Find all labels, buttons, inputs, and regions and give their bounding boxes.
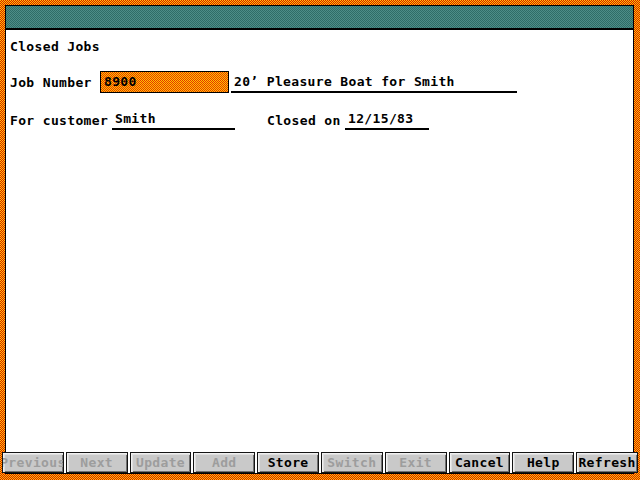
closed-on-field[interactable]: 12/15/83 <box>345 109 429 130</box>
customer-field[interactable]: Smith <box>112 109 235 130</box>
customer-label: For customer <box>10 113 108 128</box>
form-area: Closed Jobs Job Number 8900 20’ Pleasure… <box>6 30 633 473</box>
next-button: Next <box>66 452 128 473</box>
job-number-input[interactable]: 8900 <box>100 71 229 93</box>
application-window: { "theme": { "border-a": "#d81c00", "bor… <box>0 0 640 480</box>
switch-button: Switch <box>321 452 383 473</box>
page-title: Closed Jobs <box>10 39 100 54</box>
title-bar[interactable] <box>6 6 633 30</box>
button-bar: PreviousNextUpdateAddStoreSwitchExitCanc… <box>2 452 638 473</box>
add-button: Add <box>193 452 255 473</box>
job-description-field[interactable]: 20’ Pleasure Boat for Smith <box>231 71 517 93</box>
update-button: Update <box>130 452 192 473</box>
exit-button: Exit <box>385 452 447 473</box>
closed-on-label: Closed on <box>267 113 341 128</box>
cancel-button[interactable]: Cancel <box>449 452 511 473</box>
refresh-button[interactable]: Refresh <box>576 452 638 473</box>
window-frame: Closed Jobs Job Number 8900 20’ Pleasure… <box>5 5 634 474</box>
store-button[interactable]: Store <box>257 452 319 473</box>
job-number-label: Job Number <box>10 75 92 90</box>
previous-button: Previous <box>2 452 64 473</box>
help-button[interactable]: Help <box>512 452 574 473</box>
